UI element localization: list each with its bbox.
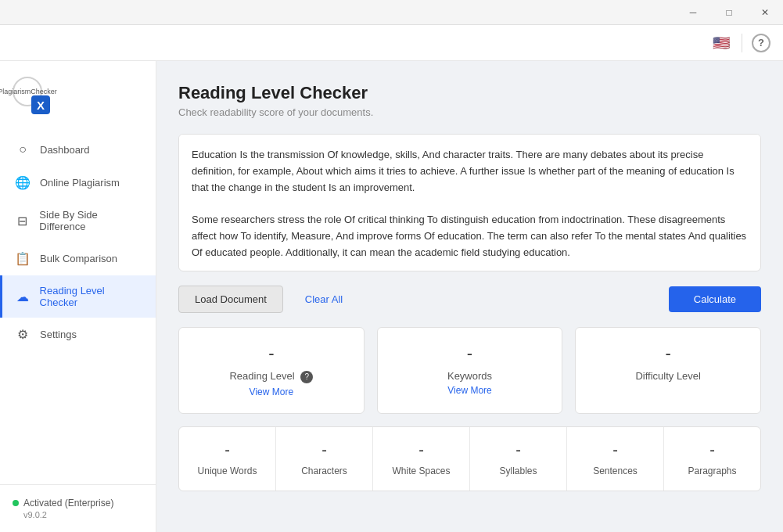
help-button[interactable]: ? bbox=[752, 34, 770, 52]
status-dot bbox=[13, 500, 19, 506]
minimize-button[interactable]: ─ bbox=[675, 0, 711, 25]
close-button[interactable]: ✕ bbox=[747, 0, 783, 25]
sidebar: Plagiarism Checker X ○ Dashboard 🌐 Onlin… bbox=[0, 61, 156, 532]
reading-level-view-more[interactable]: View More bbox=[192, 386, 351, 397]
logo-x-badge: X bbox=[31, 95, 50, 114]
white-spaces-value: - bbox=[381, 441, 462, 459]
sidebar-item-reading-level[interactable]: ☁ Reading Level Checker bbox=[0, 275, 156, 318]
stat-card-difficulty: - Difficulty Level bbox=[575, 327, 761, 414]
stat-card-keywords: - Keywords View More bbox=[377, 327, 563, 414]
sidebar-label-bulk-comparison: Bulk Comparison bbox=[40, 253, 117, 264]
syllables-value: - bbox=[478, 441, 559, 459]
globe-icon: 🌐 bbox=[15, 175, 31, 190]
paragraphs-label: Paragraphs bbox=[672, 466, 752, 476]
sidebar-label-settings: Settings bbox=[40, 329, 77, 340]
stat-card-unique-words: - Unique Words bbox=[179, 427, 276, 491]
main-content: Reading Level Checker Check readability … bbox=[156, 61, 783, 532]
action-bar: Load Document Clear All Calculate bbox=[178, 286, 761, 313]
compare-icon: ⊟ bbox=[15, 214, 30, 228]
sidebar-item-online-plagiarism[interactable]: 🌐 Online Plagiarism bbox=[0, 166, 156, 200]
sidebar-item-settings[interactable]: ⚙ Settings bbox=[0, 318, 156, 351]
sidebar-item-bulk-comparison[interactable]: 📋 Bulk Comparison bbox=[0, 242, 156, 275]
text-input-card bbox=[178, 134, 761, 271]
unique-words-value: - bbox=[187, 441, 268, 459]
clear-all-button[interactable]: Clear All bbox=[293, 286, 355, 312]
stats-row-1: - Reading Level ? View More - Keywords V… bbox=[178, 327, 761, 414]
sidebar-item-side-by-side[interactable]: ⊟ Side By Side Difference bbox=[0, 200, 156, 242]
stat-card-syllables: - Syllables bbox=[470, 427, 567, 491]
version-label: v9.0.2 bbox=[13, 510, 143, 519]
characters-value: - bbox=[284, 441, 365, 459]
stat-card-reading-level: - Reading Level ? View More bbox=[178, 327, 365, 414]
bulk-icon: 📋 bbox=[15, 251, 31, 266]
keywords-label: Keywords bbox=[390, 370, 550, 382]
topbar: 🇺🇸 ? bbox=[0, 25, 783, 61]
stat-card-characters: - Characters bbox=[276, 427, 373, 491]
sentences-value: - bbox=[575, 441, 655, 459]
logo-icon: Plagiarism Checker X bbox=[13, 77, 50, 114]
characters-label: Characters bbox=[284, 466, 365, 476]
language-flag[interactable]: 🇺🇸 bbox=[710, 35, 732, 51]
document-textarea[interactable] bbox=[179, 135, 760, 268]
page-subtitle: Check readability score of your document… bbox=[178, 106, 761, 118]
stats-row-2: - Unique Words - Characters - White Spac… bbox=[178, 426, 761, 491]
sidebar-label-reading-level: Reading Level Checker bbox=[40, 285, 143, 308]
app-container: Plagiarism Checker X ○ Dashboard 🌐 Onlin… bbox=[0, 61, 783, 532]
cloud-icon: ☁ bbox=[15, 289, 31, 304]
titlebar: ─ □ ✕ bbox=[0, 0, 783, 25]
topbar-divider bbox=[742, 34, 742, 52]
maximize-button[interactable]: □ bbox=[711, 0, 747, 25]
unique-words-label: Unique Words bbox=[187, 466, 268, 476]
calculate-button[interactable]: Calculate bbox=[669, 286, 761, 312]
page-title: Reading Level Checker bbox=[178, 83, 761, 103]
sidebar-label-dashboard: Dashboard bbox=[40, 144, 90, 156]
sidebar-item-dashboard[interactable]: ○ Dashboard bbox=[0, 133, 156, 166]
keywords-view-more[interactable]: View More bbox=[390, 385, 550, 396]
settings-icon: ⚙ bbox=[15, 327, 31, 342]
reading-level-label: Reading Level ? bbox=[192, 370, 351, 383]
sentences-label: Sentences bbox=[575, 466, 655, 476]
paragraphs-value: - bbox=[672, 441, 752, 459]
activation-status: Activated (Enterprise) bbox=[23, 498, 113, 509]
difficulty-label: Difficulty Level bbox=[588, 370, 748, 382]
reading-level-info-icon[interactable]: ? bbox=[300, 371, 313, 383]
sidebar-label-online-plagiarism: Online Plagiarism bbox=[40, 177, 120, 189]
stat-card-sentences: - Sentences bbox=[567, 427, 664, 491]
sidebar-logo: Plagiarism Checker X bbox=[0, 61, 156, 127]
reading-level-value: - bbox=[192, 343, 351, 364]
load-document-button[interactable]: Load Document bbox=[178, 286, 283, 313]
difficulty-value: - bbox=[588, 343, 748, 364]
dashboard-icon: ○ bbox=[15, 142, 31, 156]
sidebar-label-side-by-side: Side By Side Difference bbox=[39, 209, 143, 232]
stat-card-white-spaces: - White Spaces bbox=[373, 427, 470, 491]
sidebar-footer: Activated (Enterprise) v9.0.2 bbox=[0, 484, 156, 532]
white-spaces-label: White Spaces bbox=[381, 466, 462, 476]
stat-card-paragraphs: - Paragraphs bbox=[664, 427, 760, 491]
syllables-label: Syllables bbox=[478, 466, 559, 476]
sidebar-nav: ○ Dashboard 🌐 Online Plagiarism ⊟ Side B… bbox=[0, 127, 156, 484]
keywords-value: - bbox=[390, 343, 550, 364]
